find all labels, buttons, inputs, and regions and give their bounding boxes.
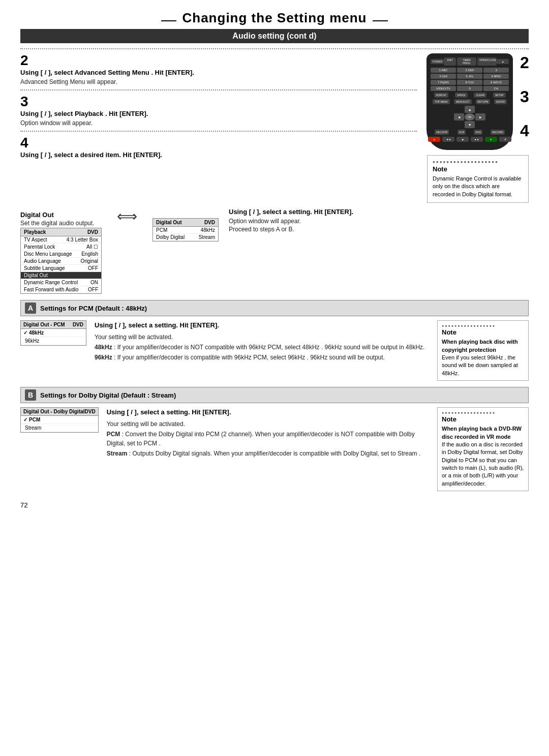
remote-pause-btn: ⏸ bbox=[499, 137, 511, 142]
section-a: A Settings for PCM (Default : 48kHz) Dig… bbox=[20, 300, 529, 381]
main-note-box: ●●●●●●●●●●●●●●●●●●● Note Dynamic Range C… bbox=[427, 155, 529, 203]
note-bold-a: When playing back disc with copyright pr… bbox=[442, 338, 524, 354]
pcm-menu-box: Digital Out - PCM DVD ✓ 48kHz 96kHz bbox=[20, 320, 86, 346]
digital-out-row-dolby: Dolby DigitalStream bbox=[153, 234, 218, 241]
remote-setup-btn: SETUP bbox=[493, 93, 506, 98]
remote-9-btn: 9 WXYZ bbox=[483, 80, 509, 85]
sidebar-step3: 3 bbox=[520, 87, 529, 106]
playback-row-digital-out: Digital Out bbox=[21, 272, 101, 279]
section-a-letter: A bbox=[25, 303, 36, 314]
dolby-menu-box: Digital Out - Dolby Digital DVD ✓ PCM St… bbox=[20, 407, 99, 433]
digital-out-menu-box: Digital Out DVD PCM48kHz Dolby DigitalSt… bbox=[152, 218, 219, 241]
page-title-container: Changing the Setting menu bbox=[20, 10, 529, 26]
playback-row-disc-menu: Disc Menu LanguageEnglish bbox=[21, 251, 101, 258]
remote-dpad-left: ◄ bbox=[454, 113, 464, 120]
remote-menulist-btn: MENU/LIST bbox=[454, 99, 472, 104]
pcm-header-left: Digital Out - PCM bbox=[23, 322, 65, 327]
step2-desc: Advanced Setting Menu will appear. bbox=[20, 78, 417, 85]
digital-out-header-left: Digital Out bbox=[156, 220, 182, 225]
remote-record-btn: RECORD bbox=[491, 130, 505, 135]
step3-instruction: Using [ / ], select Playback . Hit [ENTE… bbox=[20, 110, 417, 117]
dotted-sep-1 bbox=[20, 48, 529, 49]
playback-row-dynamic: Dynamic Range ControlON bbox=[21, 279, 101, 286]
digital-out-right-desc2: Proceed to steps A or B. bbox=[229, 226, 529, 233]
remote-control: POWER 1SET TIMER PROG. OPEN/CLOSE ▲ 1 AB… bbox=[426, 53, 513, 150]
remote-display-btn: DISPLAY bbox=[434, 93, 449, 98]
section-header: Audio setting (cont d) bbox=[20, 29, 529, 43]
page-number: 72 bbox=[20, 501, 529, 509]
dolby-row-stream: Stream bbox=[21, 424, 98, 432]
note-text-a: Even if you select 96kHz , the sound wil… bbox=[442, 354, 524, 377]
playback-row-fastforward: Fast Forward with AudioOFF bbox=[21, 286, 101, 293]
digital-out-right-content: Using [ / ], select a setting. Hit [ENTE… bbox=[229, 208, 529, 234]
remote-1set-btn: 1SET bbox=[444, 57, 456, 66]
step2-number: 2 bbox=[20, 53, 417, 68]
step3-desc: Option window will appear. bbox=[20, 119, 417, 127]
step4-number: 4 bbox=[20, 136, 417, 150]
section-b-header: B Settings for Dolby Digital (Default : … bbox=[20, 387, 529, 403]
digital-out-left: Digital Out Set the digital audio output… bbox=[20, 208, 102, 294]
note-dots-b: ●●●●●●●●●●●●●●●●● bbox=[442, 411, 524, 414]
steps-left: 2 Using [ / ], select Advanced Setting M… bbox=[20, 53, 417, 203]
digital-out-menu-area: Digital Out DVD PCM48kHz Dolby DigitalSt… bbox=[152, 208, 219, 241]
digital-out-menu-header: Digital Out DVD bbox=[153, 219, 218, 227]
remote-enter-btn: ENTER bbox=[494, 99, 507, 104]
remote-power-btn: POWER bbox=[431, 59, 444, 64]
remote-play-btn: ► bbox=[485, 137, 497, 142]
section-header-text: Audio setting (cont d) bbox=[232, 32, 316, 40]
digital-out-header-right: DVD bbox=[204, 220, 215, 225]
main-content-row: 2 Using [ / ], select Advanced Setting M… bbox=[20, 53, 529, 203]
section-b-title: Settings for Dolby Digital (Default : St… bbox=[40, 391, 176, 399]
section-b-instruction: Using [ / ], select a setting. Hit [ENTE… bbox=[107, 407, 429, 417]
remote-space-btn: SPACE bbox=[455, 93, 468, 98]
checkmark-48khz: ✓ bbox=[23, 330, 27, 336]
playback-menu-box: Playback DVD TV Aspect4:3 Letter Box Par… bbox=[20, 228, 102, 294]
remote-top-menu-btn: TOP MENU bbox=[433, 99, 450, 104]
section-b: B Settings for Dolby Digital (Default : … bbox=[20, 387, 529, 491]
section-a-body: Digital Out - PCM DVD ✓ 48kHz 96kHz Usin… bbox=[20, 320, 529, 381]
dolby-menu-header: Digital Out - Dolby Digital DVD bbox=[21, 408, 98, 416]
note-text-main: Dynamic Range Control is available only … bbox=[433, 175, 523, 198]
note-bold-b: When playing back a DVD-RW disc recorded… bbox=[442, 425, 524, 441]
remote-dpad-down: ▼ bbox=[465, 121, 475, 128]
dotted-sep-3 bbox=[20, 131, 417, 132]
dolby-row-pcm: ✓ PCM bbox=[21, 416, 98, 424]
remote-rec-speed-btn: ● bbox=[428, 137, 440, 142]
section-a-intro: Your setting will be activated. bbox=[95, 332, 429, 342]
pcm-row-96khz: 96kHz bbox=[21, 337, 86, 345]
note-text-b: If the audio on a disc is recorded in Do… bbox=[442, 441, 524, 488]
remote-dpad-right: ► bbox=[475, 113, 485, 120]
remote-clear-btn: CLEAR bbox=[474, 93, 486, 98]
section-a-title: Settings for PCM (Default : 48kHz) bbox=[40, 305, 147, 312]
remote-function-row: DISPLAY SPACE CLEAR SETUP bbox=[431, 93, 509, 98]
remote-vcr-btn: VCR bbox=[458, 130, 466, 135]
remote-stop-btn: ■ bbox=[456, 137, 469, 142]
step3-number: 3 bbox=[20, 95, 417, 109]
remote-ch-btn: CH bbox=[483, 86, 509, 91]
section-a-instruction: Using [ / ], select a setting. Hit [ENTE… bbox=[95, 320, 429, 330]
playback-menu-header: Playback DVD bbox=[21, 228, 101, 236]
remote-1-btn: 1 ABC bbox=[431, 68, 456, 73]
remote-dpad-center: OK bbox=[465, 113, 475, 120]
remote-open-close-btn: OPEN/CLOSE bbox=[477, 57, 497, 66]
section-b-letter: B bbox=[25, 389, 36, 401]
section-b-stream: Stream : Outputs Dolby Digital signals. … bbox=[107, 449, 429, 458]
section-b-body: Digital Out - Dolby Digital DVD ✓ PCM St… bbox=[20, 407, 529, 491]
pcm-header-right: DVD bbox=[73, 322, 83, 327]
digital-out-desc: Set the digital audio output. bbox=[20, 220, 102, 227]
section-a-note: ●●●●●●●●●●●●●●●●● Note When playing back… bbox=[437, 320, 529, 381]
section-a-content: Using [ / ], select a setting. Hit [ENTE… bbox=[95, 320, 429, 363]
remote-up-btn: ▲ bbox=[497, 59, 509, 64]
dolby-header-right: DVD bbox=[85, 409, 96, 414]
step2-instruction: Using [ / ], select Advanced Setting Men… bbox=[20, 69, 417, 76]
sidebar-step4: 4 bbox=[520, 122, 529, 140]
remote-dvd-btn: DVD bbox=[474, 130, 482, 135]
remote-dpad-up: ▲ bbox=[465, 106, 475, 113]
digital-out-row-pcm: PCM48kHz bbox=[153, 227, 218, 234]
remote-0-btn: 0 bbox=[457, 86, 482, 91]
digital-out-heading: Digital Out bbox=[20, 211, 102, 219]
section-a-header: A Settings for PCM (Default : 48kHz) bbox=[20, 300, 529, 316]
section-b-note: ●●●●●●●●●●●●●●●●● Note When playing back… bbox=[437, 407, 529, 491]
section-b-content: Using [ / ], select a setting. Hit [ENTE… bbox=[107, 407, 429, 459]
remote-ff-btn: ►► bbox=[471, 137, 483, 142]
